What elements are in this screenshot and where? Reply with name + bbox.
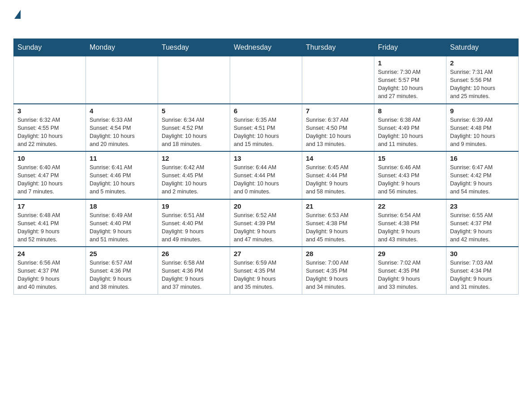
day-number: 24 (17, 250, 82, 257)
calendar-cell: 10Sunrise: 6:40 AM Sunset: 4:47 PM Dayli… (14, 151, 86, 199)
calendar-cell: 23Sunrise: 6:55 AM Sunset: 4:37 PM Dayli… (446, 199, 519, 247)
day-number: 10 (17, 154, 82, 162)
weekday-header-wednesday: Wednesday (230, 39, 302, 56)
day-info: Sunrise: 6:34 AM Sunset: 4:52 PM Dayligh… (162, 116, 226, 149)
calendar-cell: 7Sunrise: 6:37 AM Sunset: 4:50 PM Daylig… (302, 104, 374, 152)
day-number: 2 (450, 59, 515, 67)
day-number: 15 (378, 154, 442, 162)
day-number: 14 (306, 154, 370, 162)
calendar-cell: 16Sunrise: 6:47 AM Sunset: 4:42 PM Dayli… (446, 151, 519, 199)
day-number: 8 (378, 107, 442, 115)
day-info: Sunrise: 7:03 AM Sunset: 4:34 PM Dayligh… (450, 259, 515, 291)
calendar-week-row: 1Sunrise: 7:30 AM Sunset: 5:57 PM Daylig… (14, 56, 519, 104)
day-info: Sunrise: 6:51 AM Sunset: 4:40 PM Dayligh… (162, 211, 226, 244)
calendar-cell: 15Sunrise: 6:46 AM Sunset: 4:43 PM Dayli… (374, 151, 446, 199)
logo (13, 9, 42, 30)
weekday-header-monday: Monday (86, 39, 158, 56)
day-number: 20 (234, 202, 298, 210)
day-info: Sunrise: 6:54 AM Sunset: 4:38 PM Dayligh… (378, 211, 442, 244)
day-info: Sunrise: 6:55 AM Sunset: 4:37 PM Dayligh… (450, 211, 515, 244)
day-info: Sunrise: 6:39 AM Sunset: 4:48 PM Dayligh… (450, 116, 515, 149)
day-info: Sunrise: 6:56 AM Sunset: 4:37 PM Dayligh… (17, 259, 82, 291)
calendar-week-row: 3Sunrise: 6:32 AM Sunset: 4:55 PM Daylig… (14, 104, 519, 152)
calendar-week-row: 10Sunrise: 6:40 AM Sunset: 4:47 PM Dayli… (14, 151, 519, 199)
calendar-cell (158, 56, 230, 104)
calendar-week-row: 17Sunrise: 6:48 AM Sunset: 4:41 PM Dayli… (14, 199, 519, 247)
calendar-cell (230, 56, 302, 104)
calendar-week-row: 24Sunrise: 6:56 AM Sunset: 4:37 PM Dayli… (14, 247, 519, 294)
day-number: 23 (450, 202, 515, 210)
day-info: Sunrise: 6:40 AM Sunset: 4:47 PM Dayligh… (17, 163, 82, 196)
day-number: 22 (378, 202, 442, 210)
day-info: Sunrise: 6:52 AM Sunset: 4:39 PM Dayligh… (234, 211, 298, 244)
day-number: 1 (378, 59, 442, 67)
day-number: 5 (162, 107, 226, 115)
weekday-header-tuesday: Tuesday (158, 39, 230, 56)
calendar-cell: 30Sunrise: 7:03 AM Sunset: 4:34 PM Dayli… (446, 247, 519, 294)
weekday-header-friday: Friday (374, 39, 446, 56)
weekday-header-saturday: Saturday (446, 39, 519, 56)
logo-triangle-icon (14, 10, 21, 19)
calendar-cell: 25Sunrise: 6:57 AM Sunset: 4:36 PM Dayli… (86, 247, 158, 294)
calendar-cell: 20Sunrise: 6:52 AM Sunset: 4:39 PM Dayli… (230, 199, 302, 247)
day-info: Sunrise: 6:41 AM Sunset: 4:46 PM Dayligh… (90, 163, 154, 196)
day-number: 21 (306, 202, 370, 210)
day-info: Sunrise: 6:42 AM Sunset: 4:45 PM Dayligh… (162, 163, 226, 196)
calendar-cell: 6Sunrise: 6:35 AM Sunset: 4:51 PM Daylig… (230, 104, 302, 152)
calendar-cell: 28Sunrise: 7:00 AM Sunset: 4:35 PM Dayli… (302, 247, 374, 294)
day-info: Sunrise: 6:46 AM Sunset: 4:43 PM Dayligh… (378, 163, 442, 196)
logo-spacer (13, 19, 41, 30)
calendar-cell: 2Sunrise: 7:31 AM Sunset: 5:56 PM Daylig… (446, 56, 519, 104)
day-number: 19 (162, 202, 226, 210)
page-header (13, 9, 519, 30)
calendar-cell: 13Sunrise: 6:44 AM Sunset: 4:44 PM Dayli… (230, 151, 302, 199)
calendar-cell: 14Sunrise: 6:45 AM Sunset: 4:44 PM Dayli… (302, 151, 374, 199)
day-number: 27 (234, 250, 298, 257)
day-number: 29 (378, 250, 442, 257)
day-number: 12 (162, 154, 226, 162)
calendar-cell: 24Sunrise: 6:56 AM Sunset: 4:37 PM Dayli… (14, 247, 86, 294)
day-info: Sunrise: 7:02 AM Sunset: 4:35 PM Dayligh… (378, 259, 442, 291)
calendar-cell: 5Sunrise: 6:34 AM Sunset: 4:52 PM Daylig… (158, 104, 230, 152)
day-info: Sunrise: 6:33 AM Sunset: 4:54 PM Dayligh… (90, 116, 154, 149)
calendar-cell: 21Sunrise: 6:53 AM Sunset: 4:38 PM Dayli… (302, 199, 374, 247)
weekday-header-sunday: Sunday (14, 39, 86, 56)
day-number: 13 (234, 154, 298, 162)
calendar-cell: 17Sunrise: 6:48 AM Sunset: 4:41 PM Dayli… (14, 199, 86, 247)
calendar-cell (86, 56, 158, 104)
day-info: Sunrise: 7:31 AM Sunset: 5:56 PM Dayligh… (450, 68, 515, 101)
calendar-cell: 26Sunrise: 6:58 AM Sunset: 4:36 PM Dayli… (158, 247, 230, 294)
day-info: Sunrise: 7:30 AM Sunset: 5:57 PM Dayligh… (378, 68, 442, 101)
day-info: Sunrise: 7:00 AM Sunset: 4:35 PM Dayligh… (306, 259, 370, 291)
day-info: Sunrise: 6:45 AM Sunset: 4:44 PM Dayligh… (306, 163, 370, 196)
day-number: 3 (17, 107, 82, 115)
day-info: Sunrise: 6:38 AM Sunset: 4:49 PM Dayligh… (378, 116, 442, 149)
calendar-cell: 19Sunrise: 6:51 AM Sunset: 4:40 PM Dayli… (158, 199, 230, 247)
day-info: Sunrise: 6:49 AM Sunset: 4:40 PM Dayligh… (90, 211, 154, 244)
calendar-cell: 27Sunrise: 6:59 AM Sunset: 4:35 PM Dayli… (230, 247, 302, 294)
day-info: Sunrise: 6:35 AM Sunset: 4:51 PM Dayligh… (234, 116, 298, 149)
day-number: 28 (306, 250, 370, 257)
weekday-header-row: SundayMondayTuesdayWednesdayThursdayFrid… (14, 39, 519, 56)
day-number: 30 (450, 250, 515, 257)
day-number: 17 (17, 202, 82, 210)
calendar-cell: 8Sunrise: 6:38 AM Sunset: 4:49 PM Daylig… (374, 104, 446, 152)
calendar-cell: 29Sunrise: 7:02 AM Sunset: 4:35 PM Dayli… (374, 247, 446, 294)
weekday-header-thursday: Thursday (302, 39, 374, 56)
day-number: 11 (90, 154, 154, 162)
day-info: Sunrise: 6:59 AM Sunset: 4:35 PM Dayligh… (234, 259, 298, 291)
day-info: Sunrise: 6:44 AM Sunset: 4:44 PM Dayligh… (234, 163, 298, 196)
calendar-cell: 12Sunrise: 6:42 AM Sunset: 4:45 PM Dayli… (158, 151, 230, 199)
calendar-cell: 1Sunrise: 7:30 AM Sunset: 5:57 PM Daylig… (374, 56, 446, 104)
day-info: Sunrise: 6:47 AM Sunset: 4:42 PM Dayligh… (450, 163, 515, 196)
day-number: 16 (450, 154, 515, 162)
day-info: Sunrise: 6:53 AM Sunset: 4:38 PM Dayligh… (306, 211, 370, 244)
day-number: 9 (450, 107, 515, 115)
calendar-table: SundayMondayTuesdayWednesdayThursdayFrid… (13, 39, 519, 295)
day-number: 6 (234, 107, 298, 115)
day-info: Sunrise: 6:58 AM Sunset: 4:36 PM Dayligh… (162, 259, 226, 291)
calendar-cell: 11Sunrise: 6:41 AM Sunset: 4:46 PM Dayli… (86, 151, 158, 199)
calendar-cell: 18Sunrise: 6:49 AM Sunset: 4:40 PM Dayli… (86, 199, 158, 247)
day-number: 4 (90, 107, 154, 115)
calendar-cell: 22Sunrise: 6:54 AM Sunset: 4:38 PM Dayli… (374, 199, 446, 247)
